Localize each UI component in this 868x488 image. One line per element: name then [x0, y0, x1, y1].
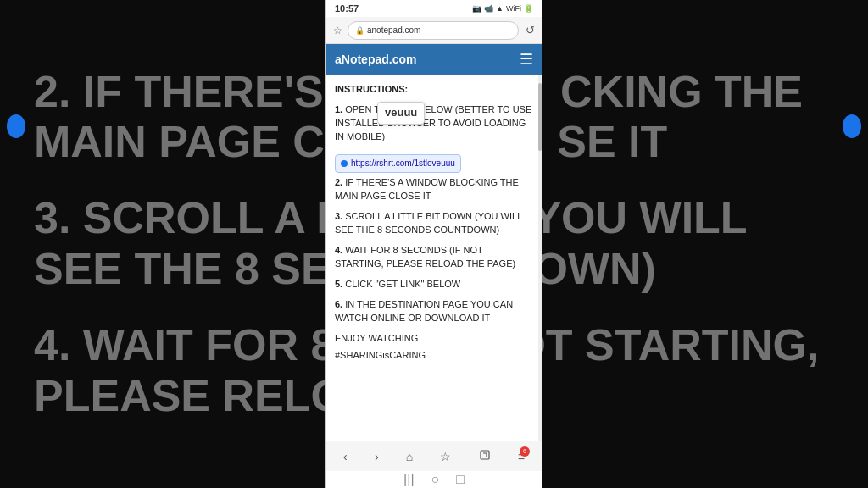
blue-dot-left [7, 114, 25, 138]
home-button[interactable]: ⌂ [403, 446, 416, 467]
step-5-number: 5. [335, 279, 342, 289]
suggestion-text: veuuu [385, 106, 417, 119]
step-6-text: IN THE DESTINATION PAGE YOU CAN WATCH ON… [335, 299, 513, 323]
url-text: anotepad.com [367, 25, 420, 35]
step-4: 4. WAIT FOR 8 SECONDS (IF NOT STARTING, … [335, 244, 533, 271]
step-6: 6. IN THE DESTINATION PAGE YOU CAN WATCH… [335, 298, 533, 325]
status-bar: 10:57 📷 📹 ▲ WiFi 🔋 [326, 0, 542, 17]
step-6-number: 6. [335, 299, 342, 309]
status-time: 10:57 [335, 3, 359, 14]
svg-rect-0 [481, 451, 489, 459]
camera-icon: 📷 [472, 4, 481, 13]
refresh-icon[interactable]: ↺ [526, 24, 535, 36]
step-2-number: 2. [335, 177, 342, 187]
sharing-text: #SHARINGisCARING [335, 349, 533, 363]
step-3-text: SCROLL A LITTLE BIT DOWN (YOU WILL SEE T… [335, 211, 522, 235]
enjoy-text: ENJOY WATCHING [335, 332, 533, 346]
star-icon[interactable]: ☆ [333, 25, 342, 36]
wifi-icon: WiFi [506, 4, 521, 13]
menu-button[interactable]: ≡ 6 [515, 446, 528, 467]
home-indicator: ||| ○ □ [326, 471, 542, 488]
browser-bar: ☆ 🔒 anotepad.com ↺ [326, 17, 542, 44]
step-1: 1. OPEN THE LINK BELOW (BETTER TO USE IN… [335, 103, 533, 144]
right-overlay [542, 0, 868, 488]
bookmark-button[interactable]: ☆ [437, 446, 454, 467]
app-header: aNotepad.com ☰ [326, 44, 542, 75]
link-text[interactable]: https://rshrt.com/1stloveuuu [351, 158, 455, 170]
step-3-number: 3. [335, 211, 342, 221]
share-button[interactable] [476, 446, 494, 467]
app-title: aNotepad.com [335, 53, 416, 66]
hamburger-menu-icon[interactable]: ☰ [520, 50, 533, 69]
back-square-icon[interactable]: □ [456, 472, 465, 487]
battery-icon: 🔋 [524, 4, 533, 13]
step-5: 5. CLICK "GET LINK" BELOW [335, 278, 533, 291]
url-bar[interactable]: 🔒 anotepad.com [348, 21, 519, 40]
lock-icon: 🔒 [355, 26, 364, 35]
step-3: 3. SCROLL A LITTLE BIT DOWN (YOU WILL SE… [335, 210, 533, 237]
back-button[interactable]: ‹ [340, 446, 351, 467]
notification-badge: 6 [520, 446, 530, 457]
link-dot-icon [341, 160, 348, 167]
step-2: 2. IF THERE'S A WINDOW BLOCKING THE MAIN… [335, 176, 533, 203]
left-overlay [0, 0, 325, 488]
page-content[interactable]: veuuu INSTRUCTIONS: 1. OPEN THE LINK BEL… [326, 75, 542, 441]
bottom-nav: ‹ › ⌂ ☆ ≡ 6 [326, 441, 542, 471]
video-icon: 📹 [484, 4, 493, 13]
step-4-number: 4. [335, 245, 342, 255]
step-1-text: OPEN THE LINK BELOW (BETTER TO USE INSTA… [335, 104, 531, 141]
recent-apps-icon[interactable]: ||| [403, 472, 414, 487]
step-1-number: 1. [335, 104, 342, 114]
instructions-title: INSTRUCTIONS: [335, 83, 533, 97]
home-circle-icon[interactable]: ○ [431, 472, 440, 487]
link-box[interactable]: https://rshrt.com/1stloveuuu [335, 154, 461, 174]
step-5-text: CLICK "GET LINK" BELOW [345, 279, 460, 289]
step-4-text: WAIT FOR 8 SECONDS (IF NOT STARTING, PLE… [335, 245, 515, 269]
blue-dot-right [843, 114, 861, 138]
step-2-text: IF THERE'S A WINDOW BLOCKING THE MAIN PA… [335, 177, 519, 201]
forward-button[interactable]: › [371, 446, 382, 467]
scrollbar-track[interactable] [538, 75, 542, 441]
status-icons: 📷 📹 ▲ WiFi 🔋 [472, 4, 533, 13]
signal-icon: ▲ [496, 4, 504, 13]
phone-frame: 10:57 📷 📹 ▲ WiFi 🔋 ☆ 🔒 anotepad.com ↺ aN… [326, 0, 542, 488]
scrollbar-thumb[interactable] [538, 83, 542, 151]
suggestion-bubble: veuuu [377, 102, 425, 125]
